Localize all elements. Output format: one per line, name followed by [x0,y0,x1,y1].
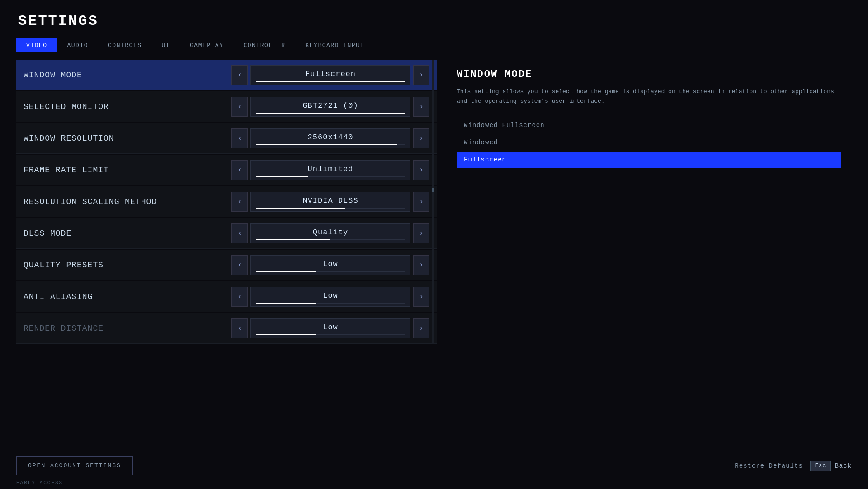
settings-panel: Window Mode‹Fullscreen›Selected Monitor‹… [16,60,437,344]
tab-controller[interactable]: CONTROLLER [233,38,295,52]
option-item-fullscreen[interactable]: Fullscreen [457,152,841,168]
tab-keyboard_input[interactable]: KEYBOARD INPUT [296,38,374,52]
setting-label-frame_rate_limit: Frame Rate Limit [24,166,231,175]
setting-value-text-dlss_mode: Quality [313,228,348,237]
setting-right-btn-window_resolution[interactable]: › [413,128,429,148]
tab-gameplay[interactable]: GAMEPLAY [180,38,233,52]
tab-controls[interactable]: CONTROLS [98,38,151,52]
setting-right-btn-frame_rate_limit[interactable]: › [413,160,429,180]
setting-value-text-frame_rate_limit: Unlimited [308,165,354,173]
setting-bar-resolution_scaling_method [256,208,345,209]
setting-right-btn-window_mode[interactable]: › [413,65,429,85]
esc-key: Esc [810,461,831,471]
setting-label-resolution_scaling_method: Resolution Scaling Method [24,197,231,206]
setting-label-window_mode: Window Mode [24,71,231,80]
setting-control-window_mode: ‹Fullscreen› [231,65,429,85]
option-item-windowed_fullscreen[interactable]: Windowed Fullscreen [457,117,841,133]
tab-ui[interactable]: UI [151,38,180,52]
setting-left-btn-render_distance[interactable]: ‹ [231,318,248,338]
setting-value-display-window_mode: Fullscreen [250,65,410,85]
setting-bar-render_distance [256,334,316,335]
setting-bar-anti_aliasing [256,303,316,304]
setting-bar-container-dlss_mode [256,239,405,240]
setting-right-btn-quality_presets[interactable]: › [413,255,429,275]
info-panel: WINDOW MODE This setting allows you to s… [446,60,852,344]
setting-row-window_resolution: Window Resolution‹2560x1440› [16,123,437,154]
setting-label-quality_presets: Quality Presets [24,261,231,270]
setting-left-btn-window_resolution[interactable]: ‹ [231,128,248,148]
setting-bar-window_resolution [256,144,397,145]
setting-row-resolution_scaling_method: Resolution Scaling Method‹NVIDIA DLSS› [16,186,437,217]
bottom-right: Restore Defaults Esc Back [735,461,852,471]
setting-row-render_distance: Render Distance‹Low› [16,313,437,344]
setting-label-render_distance: Render Distance [24,324,231,333]
setting-row-dlss_mode: DLSS Mode‹Quality› [16,218,437,249]
tab-video[interactable]: VIDEO [16,38,57,52]
setting-value-display-render_distance: Low [250,318,410,338]
setting-row-frame_rate_limit: Frame Rate Limit‹Unlimited› [16,155,437,185]
setting-value-display-selected_monitor: GBT2721 (0) [250,97,410,117]
setting-control-resolution_scaling_method: ‹NVIDIA DLSS› [231,192,429,212]
setting-bar-container-quality_presets [256,271,405,272]
setting-row-selected_monitor: Selected Monitor‹GBT2721 (0)› [16,91,437,122]
esc-back: Esc Back [810,461,852,471]
setting-label-selected_monitor: Selected Monitor [24,102,231,111]
setting-label-dlss_mode: DLSS Mode [24,229,231,238]
setting-value-text-anti_aliasing: Low [323,291,338,300]
setting-bar-container-render_distance [256,334,405,335]
setting-bar-container-window_mode [256,81,405,82]
setting-bar-selected_monitor [256,113,405,114]
open-account-settings-button[interactable]: OPEN ACCOUNT SETTINGS [16,456,133,475]
setting-label-window_resolution: Window Resolution [24,134,231,143]
setting-bar-container-resolution_scaling_method [256,208,405,209]
setting-control-render_distance: ‹Low› [231,318,429,338]
setting-right-btn-selected_monitor[interactable]: › [413,97,429,117]
setting-control-frame_rate_limit: ‹Unlimited› [231,160,429,180]
setting-control-dlss_mode: ‹Quality› [231,223,429,243]
setting-control-window_resolution: ‹2560x1440› [231,128,429,148]
setting-value-display-window_resolution: 2560x1440 [250,128,410,148]
setting-bar-container-frame_rate_limit [256,176,405,177]
setting-left-btn-anti_aliasing[interactable]: ‹ [231,287,248,307]
setting-right-btn-render_distance[interactable]: › [413,318,429,338]
setting-row-anti_aliasing: Anti Aliasing‹Low› [16,281,437,312]
setting-right-btn-resolution_scaling_method[interactable]: › [413,192,429,212]
setting-right-btn-anti_aliasing[interactable]: › [413,287,429,307]
setting-value-text-render_distance: Low [323,323,338,332]
tab-audio[interactable]: AUDIO [57,38,99,52]
setting-value-display-dlss_mode: Quality [250,223,410,243]
setting-right-btn-dlss_mode[interactable]: › [413,223,429,243]
info-panel-title: WINDOW MODE [457,69,841,80]
setting-left-btn-frame_rate_limit[interactable]: ‹ [231,160,248,180]
option-item-windowed[interactable]: Windowed [457,134,841,151]
setting-control-selected_monitor: ‹GBT2721 (0)› [231,97,429,117]
setting-bar-container-window_resolution [256,144,405,145]
setting-control-anti_aliasing: ‹Low› [231,287,429,307]
setting-value-text-window_mode: Fullscreen [305,70,356,78]
bottom-bar: OPEN ACCOUNT SETTINGS Restore Defaults E… [16,456,852,475]
setting-value-display-resolution_scaling_method: NVIDIA DLSS [250,192,410,212]
scrollbar [432,60,434,344]
setting-left-btn-selected_monitor[interactable]: ‹ [231,97,248,117]
setting-value-display-anti_aliasing: Low [250,287,410,307]
setting-bar-quality_presets [256,271,316,272]
setting-left-btn-window_mode[interactable]: ‹ [231,65,248,85]
setting-value-text-selected_monitor: GBT2721 (0) [302,101,358,110]
setting-bar-container-anti_aliasing [256,303,405,304]
early-access-label: EARLY ACCESS [16,480,63,485]
back-label: Back [835,462,852,470]
setting-left-btn-dlss_mode[interactable]: ‹ [231,223,248,243]
setting-row-quality_presets: Quality Presets‹Low› [16,250,437,280]
setting-bar-container-selected_monitor [256,113,405,114]
restore-defaults-button[interactable]: Restore Defaults [735,462,802,470]
setting-value-display-frame_rate_limit: Unlimited [250,160,410,180]
setting-bar-frame_rate_limit [256,176,308,177]
setting-value-text-resolution_scaling_method: NVIDIA DLSS [302,196,358,205]
option-list: Windowed FullscreenWindowedFullscreen [457,117,841,168]
setting-left-btn-resolution_scaling_method[interactable]: ‹ [231,192,248,212]
tabs-bar: VIDEOAUDIOCONTROLSUIGAMEPLAYCONTROLLERKE… [0,38,868,52]
setting-control-quality_presets: ‹Low› [231,255,429,275]
setting-left-btn-quality_presets[interactable]: ‹ [231,255,248,275]
page-title: SETTINGS [0,0,868,38]
setting-bar-dlss_mode [256,239,330,240]
